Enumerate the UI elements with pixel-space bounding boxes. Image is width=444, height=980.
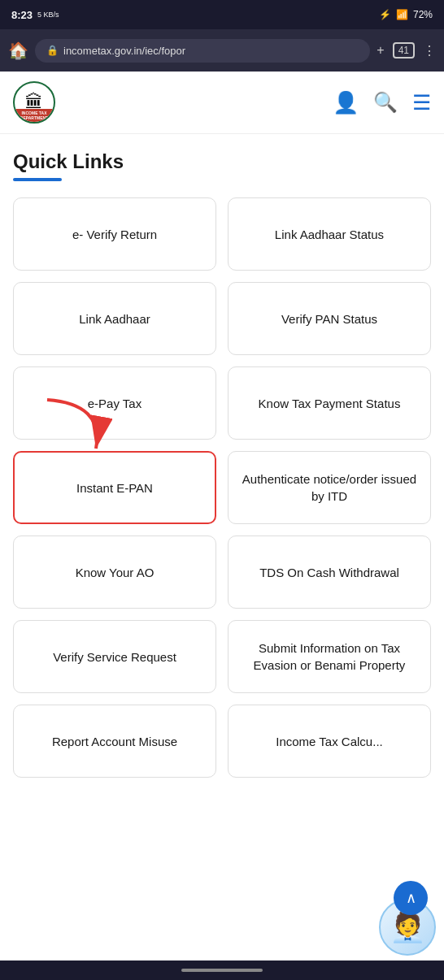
card-tds-cash-withdrawal[interactable]: TDS On Cash Withdrawal [228, 536, 431, 609]
quick-links-title: Quick Links [13, 150, 431, 173]
lock-icon: 🔒 [46, 45, 59, 56]
more-options-icon[interactable]: ⋮ [423, 43, 436, 59]
card-link-aadhaar-status[interactable]: Link Aadhaar Status [228, 197, 431, 271]
browser-bar: 🏠 🔒 incometax.gov.in/iec/fopor + 41 ⋮ [0, 29, 444, 72]
url-bar[interactable]: 🔒 incometax.gov.in/iec/fopor [35, 39, 370, 63]
status-left: 8:23 5 KB/s [11, 9, 59, 21]
battery-icon: 72% [413, 9, 433, 20]
status-bar: 8:23 5 KB/s ⚡ 📶 72% [0, 0, 444, 29]
new-tab-icon[interactable]: + [377, 43, 384, 58]
card-authenticate-notice[interactable]: Authenticate notice/order issued by ITD [228, 451, 431, 524]
header-icons: 👤 🔍 ☰ [333, 90, 431, 115]
signal-icon: 📶 [396, 9, 408, 20]
card-e-pay-tax[interactable]: e-Pay Tax [13, 366, 216, 440]
card-know-your-ao[interactable]: Know Your AO [13, 536, 216, 609]
card-instant-e-pan[interactable]: Instant E-PAN [13, 451, 216, 524]
browser-actions: + 41 ⋮ [377, 42, 436, 59]
tab-count[interactable]: 41 [393, 42, 415, 59]
status-right: ⚡ 📶 72% [379, 9, 433, 20]
site-header: 🏛 INCOME TAX DEPARTMENT 👤 🔍 ☰ [0, 72, 444, 134]
card-submit-tax-evasion[interactable]: Submit Information on Tax Evasion or Ben… [228, 620, 431, 693]
chatbot-icon: 🧑‍💼 [390, 910, 426, 944]
url-text[interactable]: incometax.gov.in/iec/fopor [63, 45, 359, 57]
card-link-aadhaar[interactable]: Link Aadhaar [13, 282, 216, 355]
logo-ribbon: INCOME TAX DEPARTMENT [15, 109, 54, 122]
bottom-bar [0, 960, 444, 980]
card-report-account-misuse[interactable]: Report Account Misuse [13, 705, 216, 778]
time: 8:23 [11, 9, 33, 21]
logo-area: 🏛 INCOME TAX DEPARTMENT [13, 81, 55, 124]
search-icon[interactable]: 🔍 [373, 91, 398, 114]
title-underline [13, 178, 62, 181]
links-grid: e- Verify Return Link Aadhaar Status Lin… [13, 197, 431, 778]
bottom-indicator [181, 969, 263, 972]
data-speed: 5 KB/s [37, 11, 59, 19]
scroll-up-button[interactable]: ∧ [394, 881, 428, 915]
chevron-up-icon: ∧ [406, 889, 416, 907]
quick-links-section: Quick Links e- Verify Return Link Aadhaa… [0, 134, 444, 794]
menu-icon[interactable]: ☰ [412, 90, 431, 115]
bluetooth-icon: ⚡ [379, 9, 391, 20]
card-verify-pan-status[interactable]: Verify PAN Status [228, 282, 431, 355]
logo-circle: 🏛 INCOME TAX DEPARTMENT [13, 81, 55, 124]
user-icon[interactable]: 👤 [333, 90, 359, 115]
card-e-verify-return[interactable]: e- Verify Return [13, 197, 216, 271]
card-know-tax-payment-status[interactable]: Know Tax Payment Status [228, 366, 431, 440]
card-income-tax-calc[interactable]: Income Tax Calcu... [228, 705, 431, 778]
home-icon[interactable]: 🏠 [8, 41, 28, 60]
card-verify-service-request[interactable]: Verify Service Request [13, 620, 216, 693]
